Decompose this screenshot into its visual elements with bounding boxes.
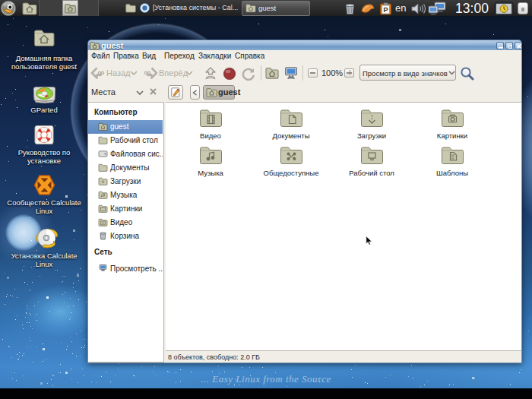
svg-text:P: P	[383, 6, 388, 14]
